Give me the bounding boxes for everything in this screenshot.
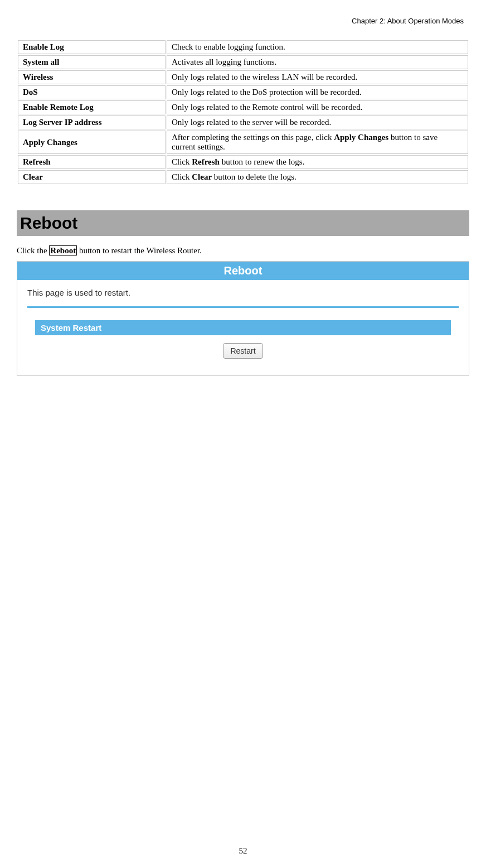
page-number: 52	[0, 846, 486, 856]
setting-label: Wireless	[18, 70, 166, 84]
setting-desc: Only logs related to the server will be …	[167, 115, 468, 129]
desc-text: Click	[172, 172, 192, 181]
table-row: Apply Changes After completing the setti…	[18, 131, 468, 154]
desc-text: button to delete the logs.	[212, 172, 297, 181]
setting-desc: Check to enable logging function.	[167, 40, 468, 54]
reboot-panel: Reboot This page is used to restart. Sys…	[17, 261, 469, 376]
system-restart-bar: System Restart	[35, 320, 451, 335]
table-row: Log Server IP address Only logs related …	[18, 115, 468, 129]
setting-label: Log Server IP address	[18, 115, 166, 129]
setting-desc: Only logs related to the DoS protection …	[167, 85, 468, 99]
divider	[27, 306, 459, 308]
reboot-panel-title: Reboot	[17, 262, 469, 280]
restart-button[interactable]: Restart	[223, 343, 263, 359]
desc-text: button to renew the logs.	[220, 157, 304, 166]
table-row: System all Activates all logging functio…	[18, 55, 468, 69]
desc-text: Click the	[17, 246, 49, 255]
setting-desc: Only logs related to the wireless LAN wi…	[167, 70, 468, 84]
setting-desc: After completing the settings on this pa…	[167, 131, 468, 154]
desc-bold: Refresh	[192, 157, 220, 166]
reboot-panel-body: This page is used to restart. System Res…	[17, 280, 469, 375]
setting-desc: Click Refresh button to renew the logs.	[167, 155, 468, 169]
setting-label: Clear	[18, 170, 166, 184]
desc-bold: Apply Changes	[334, 133, 388, 142]
setting-label: Apply Changes	[18, 131, 166, 154]
setting-label: DoS	[18, 85, 166, 99]
setting-label: Enable Remote Log	[18, 100, 166, 114]
desc-bold: Clear	[192, 172, 212, 181]
table-row: Refresh Click Refresh button to renew th…	[18, 155, 468, 169]
settings-table: Enable Log Check to enable logging funct…	[17, 39, 469, 185]
table-row: Enable Log Check to enable logging funct…	[18, 40, 468, 54]
setting-desc: Activates all logging functions.	[167, 55, 468, 69]
reboot-panel-text: This page is used to restart.	[27, 288, 459, 297]
restart-button-row: Restart	[27, 343, 459, 359]
setting-label: System all	[18, 55, 166, 69]
desc-text: Click	[172, 157, 192, 166]
setting-label: Refresh	[18, 155, 166, 169]
table-row: Wireless Only logs related to the wirele…	[18, 70, 468, 84]
table-row: Clear Click Clear button to delete the l…	[18, 170, 468, 184]
reboot-description: Click the Reboot button to restart the W…	[17, 246, 469, 255]
table-row: Enable Remote Log Only logs related to t…	[18, 100, 468, 114]
reboot-heading: Reboot	[17, 210, 469, 236]
desc-text: After completing the settings on this pa…	[172, 133, 334, 142]
setting-label: Enable Log	[18, 40, 166, 54]
setting-desc: Click Clear button to delete the logs.	[167, 170, 468, 184]
desc-text: button to restart the Wireless Router.	[77, 246, 202, 255]
boxed-word: Reboot	[49, 245, 77, 255]
chapter-header: Chapter 2: About Operation Modes	[17, 17, 469, 25]
table-row: DoS Only logs related to the DoS protect…	[18, 85, 468, 99]
setting-desc: Only logs related to the Remote control …	[167, 100, 468, 114]
